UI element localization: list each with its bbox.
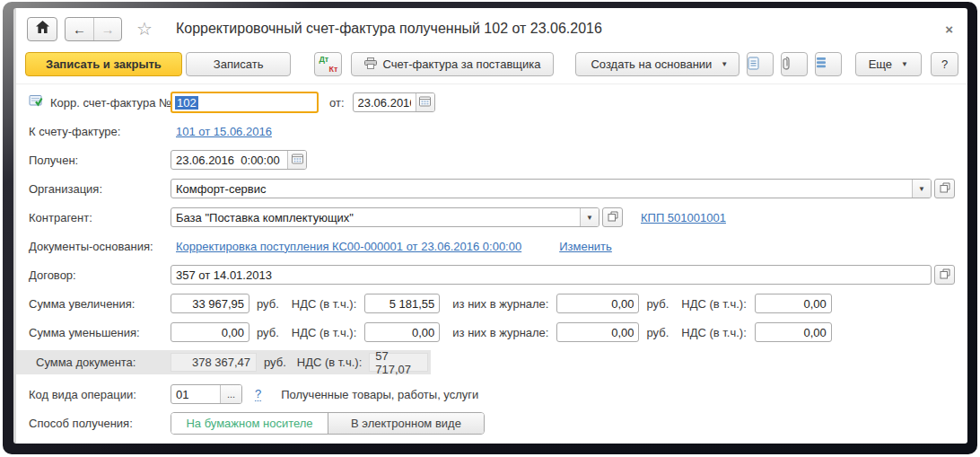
change-link[interactable]: Изменить bbox=[559, 240, 612, 253]
contract-open-button[interactable] bbox=[934, 265, 955, 285]
currency-label: руб. bbox=[646, 326, 669, 339]
header: ← → ☆ Корректировочный счет-фактура полу… bbox=[16, 8, 967, 49]
list-icon bbox=[816, 57, 827, 72]
save-and-close-button[interactable]: Записать и закрыть bbox=[25, 52, 182, 76]
journal-vat-decrease-input[interactable] bbox=[756, 323, 831, 341]
counterparty-input[interactable] bbox=[171, 208, 580, 226]
invoice-for-supplier-button[interactable]: Счет-фактура за поставщика bbox=[351, 52, 554, 76]
counterparty-open-button[interactable] bbox=[602, 207, 623, 227]
journal-vat-increase-input[interactable] bbox=[756, 294, 831, 312]
organization-dropdown-button[interactable]: ▼ bbox=[912, 180, 931, 198]
currency-label: руб. bbox=[646, 297, 669, 311]
invoice-date-group bbox=[353, 92, 435, 112]
journal-amount-increase-input[interactable] bbox=[557, 294, 638, 312]
kt-label: Кт bbox=[329, 65, 338, 74]
document-posted-icon bbox=[29, 94, 43, 110]
counterparty-dropdown-button[interactable]: ▼ bbox=[580, 208, 599, 226]
amount-decrease-input[interactable] bbox=[171, 323, 249, 341]
document-window: ← → ☆ Корректировочный счет-фактура полу… bbox=[13, 8, 967, 444]
help-button[interactable]: ? bbox=[931, 52, 958, 76]
receipt-method-toggle: На бумажном носителе В электронном виде bbox=[171, 412, 485, 435]
page-title: Корректировочный счет-фактура полученный… bbox=[176, 21, 602, 37]
base-documents-label: Документы-основания: bbox=[29, 240, 171, 253]
row-contract: Договор: bbox=[29, 264, 955, 286]
counterparty-label: Контрагент: bbox=[29, 211, 171, 224]
receipt-method-paper-button[interactable]: На бумажном носителе bbox=[171, 413, 328, 434]
organization-label: Организация: bbox=[29, 182, 171, 196]
paperclip-icon bbox=[782, 57, 791, 73]
operation-code-select-button[interactable]: ... bbox=[220, 385, 241, 403]
row-operation-code: Код вида операции: ... ? Полученные това… bbox=[29, 383, 955, 405]
organization-input[interactable] bbox=[171, 180, 912, 198]
document-total-vat: 57 717,07 bbox=[369, 353, 428, 372]
kpp-link[interactable]: КПП 501001001 bbox=[641, 211, 726, 224]
to-invoice-link[interactable]: 101 от 15.06.2016 bbox=[176, 125, 272, 138]
receipt-method-electronic-button[interactable]: В электронном виде bbox=[328, 413, 484, 434]
contract-label: Договор: bbox=[29, 268, 171, 282]
printer-icon bbox=[364, 57, 377, 72]
amount-increase-input[interactable] bbox=[171, 294, 249, 312]
document-icon bbox=[748, 57, 759, 73]
operation-code-input[interactable] bbox=[171, 385, 220, 403]
vat-decrease-input[interactable] bbox=[365, 323, 439, 341]
report-button[interactable] bbox=[747, 52, 774, 76]
row-organization: Организация: ▼ bbox=[29, 178, 955, 199]
contract-input[interactable] bbox=[171, 266, 931, 284]
operation-code-help-link[interactable]: ? bbox=[255, 387, 261, 401]
vat-label: НДС (в т.ч.): bbox=[297, 356, 363, 369]
dt-kt-postings-button[interactable]: Дт Кт bbox=[314, 52, 342, 76]
organization-open-button[interactable] bbox=[934, 179, 955, 198]
calendar-icon bbox=[292, 154, 303, 167]
row-receipt-method: Способ получения: На бумажном носителе В… bbox=[29, 412, 955, 434]
row-received: Получен: bbox=[29, 149, 955, 171]
currency-label: руб. bbox=[257, 326, 279, 339]
operation-code-description: Полученные товары, работы, услуги bbox=[281, 388, 478, 401]
calendar-button[interactable] bbox=[416, 93, 434, 111]
invoice-number-input[interactable]: 102 bbox=[171, 92, 319, 113]
invoice-number-value: 102 bbox=[175, 96, 198, 110]
document-total-label: Сумма документа: bbox=[36, 356, 171, 369]
base-document-link[interactable]: Корректировка поступления КС00-000001 от… bbox=[176, 240, 521, 253]
more-button[interactable]: Еще ▼ bbox=[855, 52, 922, 76]
vat-label: НДС (в т.ч.): bbox=[292, 297, 357, 311]
home-button[interactable] bbox=[27, 17, 57, 41]
operation-code-label: Код вида операции: bbox=[29, 388, 171, 401]
operation-code-group: ... bbox=[171, 384, 242, 404]
more-label: Еще bbox=[869, 57, 892, 71]
vat-increase-input[interactable] bbox=[365, 294, 439, 312]
received-label: Получен: bbox=[29, 154, 171, 167]
register-list-button[interactable] bbox=[815, 52, 842, 76]
create-based-on-button[interactable]: Создать на основании ▼ bbox=[575, 52, 739, 76]
row-document-total: Сумма документа: 378 367,47 руб. НДС (в … bbox=[16, 350, 431, 374]
window-frame: ← → ☆ Корректировочный счет-фактура полу… bbox=[3, 2, 977, 454]
journal-amount-decrease-input[interactable] bbox=[557, 323, 638, 341]
close-icon[interactable]: × bbox=[945, 22, 953, 37]
history-nav: ← → bbox=[65, 17, 122, 41]
favorite-star-icon[interactable]: ☆ bbox=[136, 18, 153, 40]
save-button[interactable]: Записать bbox=[186, 52, 292, 76]
contract-group bbox=[171, 265, 932, 285]
chevron-down-icon: ▼ bbox=[721, 60, 728, 68]
row-invoice-number: Корр. счет-фактура №: 102 от: bbox=[29, 92, 955, 113]
received-date-input[interactable] bbox=[171, 151, 287, 169]
attachments-button[interactable] bbox=[781, 52, 808, 76]
create-based-on-label: Создать на основании bbox=[591, 57, 712, 71]
amount-decrease-label: Сумма уменьшения: bbox=[29, 326, 171, 339]
vat-label: НДС (в т.ч.): bbox=[681, 297, 747, 311]
row-counterparty: Контрагент: ▼ КПП 501001001 bbox=[29, 207, 955, 228]
forward-button[interactable]: → bbox=[93, 18, 121, 40]
received-date-group bbox=[171, 150, 307, 170]
counterparty-group: ▼ bbox=[171, 207, 599, 227]
row-base-documents: Документы-основания: Корректировка посту… bbox=[29, 235, 955, 257]
invoice-date-input[interactable] bbox=[354, 93, 416, 111]
open-icon bbox=[940, 182, 950, 196]
currency-label: руб. bbox=[264, 356, 286, 369]
vat-label: НДС (в т.ч.): bbox=[681, 326, 747, 339]
calendar-button[interactable] bbox=[287, 151, 306, 169]
home-icon bbox=[36, 21, 49, 37]
document-form: Корр. счет-фактура №: 102 от: К счету-фа… bbox=[16, 84, 967, 434]
toolbar: Записать и закрыть Записать Дт Кт Счет-ф… bbox=[16, 49, 967, 84]
back-button[interactable]: ← bbox=[66, 18, 93, 40]
currency-label: руб. bbox=[257, 297, 279, 311]
chevron-down-icon: ▼ bbox=[901, 60, 908, 68]
